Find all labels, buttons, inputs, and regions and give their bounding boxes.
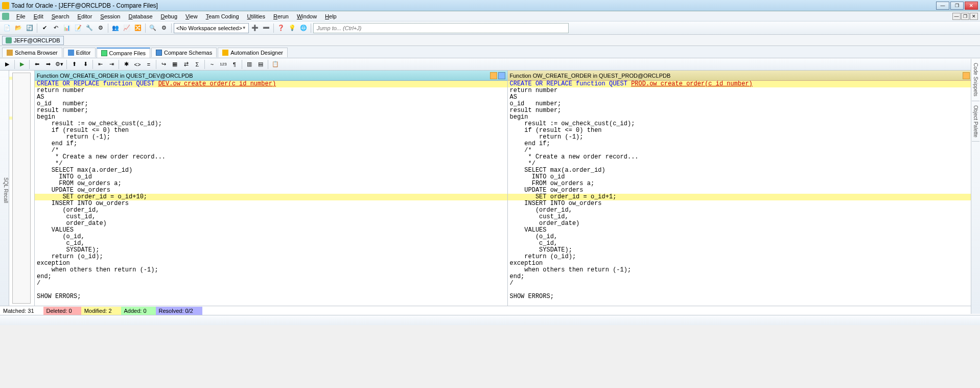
run-button[interactable]: ▶ [2, 59, 12, 70]
menu-item-utilities[interactable]: Utilities [243, 12, 269, 20]
merge-options-button[interactable]: ⚙▾ [54, 59, 64, 70]
numeric-button[interactable]: 123 [218, 59, 228, 70]
code-line: AS [508, 94, 981, 101]
pane-body-left[interactable]: CREATE OR REPLACE function QUEST DEV.ow … [35, 81, 507, 306]
menu-item-file[interactable]: File [12, 12, 30, 20]
code-line: / [508, 280, 981, 287]
next-diff-button[interactable]: ⬇ [80, 59, 90, 70]
refresh-button[interactable]: 🔄 [25, 23, 35, 33]
object-palette-rail[interactable]: Object Palette [972, 101, 979, 142]
info-button[interactable]: 💡 [287, 23, 297, 33]
menu-item-view[interactable]: View [181, 12, 202, 20]
schema-browser-button[interactable]: 📊 [62, 23, 72, 33]
config-button[interactable]: ⚙ [159, 23, 169, 33]
code-line: AS [35, 94, 507, 101]
code-line: end if; [508, 141, 981, 147]
commit-button[interactable]: ✔ [39, 23, 50, 33]
world-button[interactable]: 🌐 [298, 23, 309, 33]
table-diff-button[interactable]: ▦ [170, 59, 180, 70]
editor-button[interactable]: 📝 [73, 23, 83, 33]
sql-recall-rail[interactable]: SQL Recall [0, 71, 9, 306]
source-right-button[interactable]: ➡ [43, 59, 53, 70]
workspace-combo[interactable]: <No Workspace selected> ▼ [174, 23, 249, 33]
close-button[interactable]: ✕ [965, 2, 978, 10]
pane-left-save-button[interactable] [498, 72, 505, 79]
code-line: SHOW ERRORS; [35, 293, 507, 300]
mdi-restore-button[interactable]: ❐ [961, 13, 969, 20]
tab-schema-browser[interactable]: Schema Browser [2, 48, 62, 57]
cmps-icon [156, 50, 162, 56]
source-left-button[interactable]: ⬅ [32, 59, 42, 70]
code-line [508, 287, 981, 293]
menu-item-team-coding[interactable]: Team Coding [202, 12, 243, 20]
maximize-button[interactable]: ❐ [950, 2, 964, 10]
window-title: Toad for Oracle - [JEFF@ORCLPDB - Compar… [11, 2, 936, 9]
pane-right-open-button[interactable] [963, 72, 970, 79]
open-button[interactable]: 📂 [13, 23, 24, 33]
menu-item-help[interactable]: Help [321, 12, 341, 20]
diff-overview[interactable] [9, 71, 35, 306]
tab-automation-designer[interactable]: Automation Designer [218, 48, 288, 57]
pilcrow-button[interactable]: ¶ [229, 59, 240, 70]
equals-button[interactable]: = [144, 59, 154, 70]
rollback-button[interactable]: ↶ [51, 23, 61, 33]
tab-editor[interactable]: Editor [63, 48, 96, 57]
code-line: end if; [35, 141, 507, 147]
code-line: return number [508, 87, 981, 94]
ws-add-button[interactable]: ➕ [250, 23, 260, 33]
toggle-button[interactable]: 🔀 [133, 23, 143, 33]
jump-to-input[interactable] [313, 23, 569, 33]
rebuild-button[interactable]: 🔧 [84, 23, 95, 33]
tab-label: Compare Files [109, 50, 146, 56]
minimize-button[interactable]: — [936, 2, 949, 10]
connection-tab[interactable]: JEFF@ORCLPDB [2, 36, 64, 45]
tilde-button[interactable]: ~ [207, 59, 217, 70]
code-button[interactable]: <> [132, 59, 143, 70]
code-line: VALUES [508, 227, 981, 234]
compare-play-button[interactable]: ▶ [17, 59, 27, 70]
copy-left-button[interactable]: ⇤ [95, 59, 105, 70]
menu-item-session[interactable]: Session [96, 12, 124, 20]
export-button[interactable]: ↪ [158, 59, 169, 70]
pane-body-right[interactable]: CREATE OR REPLACE function QUEST PROD.ow… [508, 81, 981, 306]
star-button[interactable]: ✱ [121, 59, 131, 70]
search-button[interactable]: 🔍 [148, 23, 158, 33]
code-line: SYSDATE); [508, 247, 981, 254]
tuning-button[interactable]: ⚙ [96, 23, 106, 33]
tab-compare-schemas[interactable]: Compare Schemas [151, 48, 217, 57]
ws-remove-button[interactable]: ➖ [261, 23, 271, 33]
new-connection-button[interactable]: 📄 [2, 23, 12, 33]
pane-left-open-button[interactable] [490, 72, 497, 79]
help-button[interactable]: ❓ [276, 23, 286, 33]
menu-item-database[interactable]: Database [124, 12, 156, 20]
tab-compare-files[interactable]: Compare Files [97, 48, 151, 58]
connection-label: JEFF@ORCLPDB [14, 37, 60, 43]
schema-icon [7, 50, 13, 56]
menu-item-rerun[interactable]: Rerun [269, 12, 293, 20]
copy-right-button[interactable]: ⇥ [106, 59, 116, 70]
swap-button[interactable]: ⇄ [181, 59, 191, 70]
report-button[interactable]: 📋 [270, 59, 281, 70]
prev-diff-button[interactable]: ⬆ [69, 59, 79, 70]
layout2-button[interactable]: ▤ [255, 59, 266, 70]
sigma-button[interactable]: Σ [192, 59, 202, 70]
layout1-button[interactable]: ▥ [244, 59, 254, 70]
main-toolbar: 📄 📂 🔄 ✔ ↶ 📊 📝 🔧 ⚙ 👥 📈 🔀 🔍 ⚙ <No Workspac… [0, 21, 980, 35]
code-line: (order_id, [35, 207, 507, 214]
sql-recall-label: SQL Recall [3, 177, 9, 203]
mdi-close-button[interactable]: ✕ [970, 13, 978, 20]
status-bar [0, 315, 980, 325]
menu-item-window[interactable]: Window [293, 12, 321, 20]
code-line: SELECT max(a.order_id) [508, 167, 981, 174]
code-line: (o_id, [35, 234, 507, 240]
menu-item-debug[interactable]: Debug [157, 12, 181, 20]
code-snippets-rail[interactable]: Code Snippets [972, 59, 979, 101]
sga-button[interactable]: 📈 [122, 23, 132, 33]
menu-item-editor[interactable]: Editor [74, 12, 97, 20]
mdi-minimize-button[interactable]: — [952, 13, 961, 20]
menu-item-search[interactable]: Search [48, 12, 74, 20]
menu-item-edit[interactable]: Edit [30, 12, 48, 20]
combo-arrow-icon: ▼ [242, 26, 246, 30]
compare-area: SQL Recall Function OW_CREATE_ORDER in Q… [0, 71, 980, 306]
session-browser-button[interactable]: 👥 [110, 23, 121, 33]
